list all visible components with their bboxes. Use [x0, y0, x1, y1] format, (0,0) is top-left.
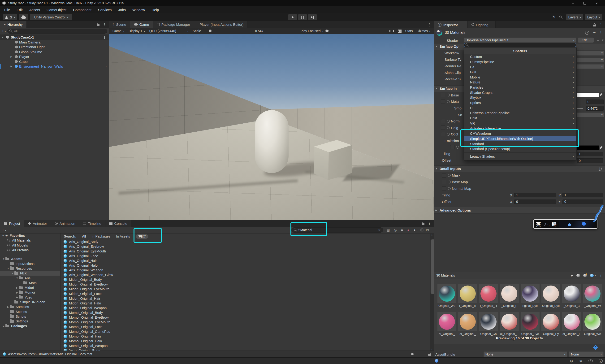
search-token-fbx[interactable]: 'FBX' [136, 234, 148, 239]
game-viewport[interactable] [109, 34, 434, 220]
asset-row[interactable]: Midori_Original_Hair [61, 296, 430, 301]
folder-row[interactable]: InputActions [0, 261, 60, 266]
asset-row[interactable]: Aris_Original_EyeMouth [61, 249, 430, 254]
stats-toggle[interactable]: Stats [405, 29, 413, 33]
material-thumbnail[interactable]: Original_We [583, 312, 602, 336]
asset-row[interactable]: Midori_Original_Face [61, 291, 430, 296]
material-thumbnail[interactable]: Original_We [438, 284, 456, 308]
ime-keyboard[interactable]: 键 [552, 221, 556, 227]
shader-menu-item[interactable]: Shader Graphs [464, 90, 576, 95]
detail-offset-x-field[interactable]: 0 [514, 199, 556, 204]
favorites-item[interactable]: All Models [0, 243, 60, 248]
favorites-header[interactable]: ★ Favorites [0, 233, 60, 238]
scope-in-packages[interactable]: In Packages [91, 234, 110, 238]
folder-row[interactable]: SimpleURPToon [0, 300, 60, 304]
material-thumbnail[interactable]: oi_Original_ [438, 312, 456, 336]
clear-search-icon[interactable]: ✕ [378, 228, 381, 232]
ime-language-bar[interactable]: 英 ☽ ·, 键 [533, 219, 597, 229]
preview-header[interactable]: 30 Materials ▶ ▾ ⋮ [434, 272, 605, 279]
asset-row[interactable]: Midori_Original_Body [61, 277, 430, 282]
smoothness-slider[interactable] [577, 108, 583, 109]
hierarchy-item[interactable]: Player [0, 54, 109, 59]
more-menu-icon[interactable]: ⋮ [599, 30, 603, 35]
shader-menu-item[interactable]: Nature [464, 80, 576, 85]
asset-row[interactable]: Aris_Original_Hair [61, 258, 430, 263]
menu-item[interactable]: Assets [26, 6, 43, 13]
debugger-disabled-icon[interactable]: ⊘ [570, 359, 573, 363]
foldout-arrow-icon[interactable] [10, 55, 13, 58]
prefab-chevron-icon[interactable] [105, 64, 107, 68]
inspector-property-row[interactable]: Normal Map [434, 185, 605, 192]
folder-row[interactable]: Scripts [0, 314, 60, 319]
edit-shader-button[interactable]: Edit... [578, 38, 594, 42]
folder-row[interactable]: FBX [0, 271, 60, 276]
hierarchy-item[interactable]: Main Camera [0, 40, 109, 45]
hierarchy-item[interactable]: Cube [0, 59, 109, 64]
material-thumbnail[interactable]: i_Original_H [479, 284, 498, 308]
add-gameobject-button[interactable]: +▾ [2, 29, 6, 33]
lock-icon[interactable] [97, 24, 100, 26]
material-thumbnail[interactable]: _Original_W [583, 284, 602, 308]
shader-menu-item[interactable]: SimpleURPToonLitExample(With Outline) [464, 136, 576, 141]
folder-row[interactable]: Aris [0, 276, 60, 280]
inspector-property-row[interactable]: Base Map [434, 179, 605, 185]
version-control-button[interactable]: Unity Version Control ▾ [30, 14, 73, 20]
save-search-icon[interactable]: ▤ [387, 228, 390, 232]
menu-item[interactable]: Help [148, 6, 162, 13]
asset-row[interactable]: Midori_Original_EyeMouth [61, 287, 430, 291]
ime-mode[interactable]: 英 [536, 221, 541, 227]
project-search-input[interactable]: t:Material ✕ [291, 227, 383, 233]
folder-row[interactable]: Samples [0, 304, 60, 309]
shader-menu-item[interactable]: Universal Render Pipeline [464, 111, 576, 116]
close-button[interactable]: × [591, 0, 603, 6]
advanced-options-header[interactable]: Advanced Options [434, 207, 605, 214]
assetbundle-tag-icon[interactable] [593, 345, 598, 350]
bottom-tab[interactable]: Animation [51, 220, 79, 227]
more-menu-icon[interactable]: ⋮ [599, 23, 603, 27]
asset-row[interactable]: Aris_Original_Weapon [61, 268, 430, 273]
metallic-slider[interactable] [577, 102, 583, 102]
texture-slot[interactable] [441, 126, 445, 130]
asset-row[interactable]: Momoi_Original_Halo [61, 339, 430, 343]
ime-decor-icons[interactable]: ☽ ·, [543, 222, 550, 226]
menu-item[interactable]: File [1, 6, 13, 13]
search-label-icon[interactable]: ◆ [400, 228, 403, 232]
detail-tiling-y-field[interactable]: 1 [563, 193, 603, 197]
shader-menu-item[interactable]: UI [464, 105, 576, 111]
material-thumbnail[interactable]: Original_Eye [521, 312, 540, 336]
more-menu-icon[interactable]: ⋮ [103, 35, 106, 39]
material-thumbnail[interactable]: riginal_Eye [521, 284, 540, 308]
tiling-x-field[interactable]: 1 [577, 152, 603, 156]
bottom-tab[interactable]: Animator [24, 220, 51, 227]
metallic-value-field[interactable]: 0 [586, 100, 604, 104]
material-thumbnail[interactable]: oi_Original_F [500, 312, 519, 336]
assetbundle-dropdown[interactable]: None▾ [484, 351, 567, 357]
slider-knob[interactable] [411, 353, 413, 355]
shader-menu-item[interactable]: Autodesk Interactive [464, 126, 576, 131]
foldout-arrow-icon[interactable] [11, 272, 14, 275]
frame-debugger-icon[interactable] [326, 29, 328, 32]
cache-ok-icon[interactable]: ✓ [599, 359, 603, 363]
foldout-arrow-icon[interactable] [15, 291, 19, 294]
foldout-arrow-icon[interactable] [2, 258, 5, 260]
folder-row[interactable]: Mats [0, 281, 60, 285]
texture-slot[interactable] [450, 145, 454, 149]
lock-icon[interactable] [593, 25, 596, 26]
folder-row[interactable]: Yuzu [0, 295, 60, 300]
account-button[interactable]: G ▾ [3, 14, 17, 20]
asset-row[interactable]: Momoi_Original_EyeMouth [61, 320, 430, 325]
tab-hierarchy[interactable]: ≡ Hierarchy [0, 21, 27, 28]
texture-slot[interactable] [442, 180, 446, 184]
presets-icon[interactable]: ≔ [592, 31, 596, 35]
shader-menu-item[interactable]: Custom [464, 54, 576, 59]
display-dropdown[interactable]: Display 1▾ [127, 29, 147, 33]
collab-icon[interactable]: ∗ [579, 359, 582, 363]
asset-row[interactable]: Aris_Original_Halo [61, 263, 430, 268]
scope-in-assets[interactable]: In Assets [116, 234, 130, 238]
preview-mode-dropdown[interactable]: ▾ [590, 274, 596, 277]
tab-lighting[interactable]: Lighting [468, 21, 496, 28]
asset-row[interactable]: Momoi_Original_EyeBrow [61, 315, 430, 320]
asset-row[interactable]: Midori_Original_Halo [61, 301, 430, 306]
shader-menu-item[interactable]: CMWaveform [464, 131, 576, 136]
asset-row[interactable]: Aris_Original_Weapon_Glow [61, 273, 430, 277]
